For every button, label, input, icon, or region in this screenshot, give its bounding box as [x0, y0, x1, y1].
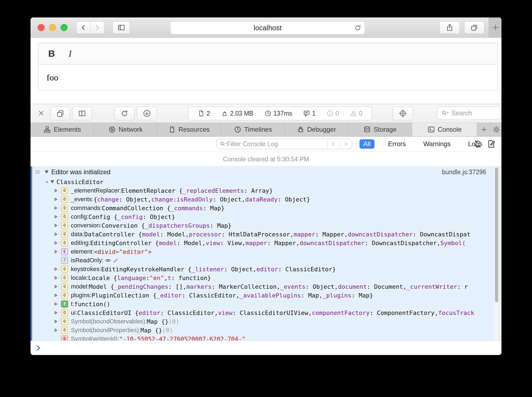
disclosure-right-icon[interactable]: [55, 293, 61, 297]
forward-button[interactable]: [90, 21, 104, 34]
share-button[interactable]: [439, 21, 460, 34]
disclosure-right-icon[interactable]: [55, 328, 61, 332]
object-class-name: ClassicEditor: [56, 179, 103, 185]
console-property-row[interactable]: Ocommands: CommandCollection {_commands:…: [32, 204, 501, 212]
console-output-area[interactable]: Console cleared at 5:30:54 PM Editor was…: [31, 152, 501, 355]
next-result-button[interactable]: [340, 139, 352, 149]
tab-network[interactable]: Network: [94, 123, 157, 136]
disclosure-down-icon[interactable]: [45, 170, 49, 174]
stat-error-octagon[interactable]: 0: [327, 110, 339, 117]
console-property-row[interactable]: Olocale: Locale {language: "en", t: func…: [32, 273, 501, 282]
console-property-row[interactable]: OSymbol(boundObservables): Map {} (0): [32, 317, 501, 326]
resource-stats-bar[interactable]: 22.03 MB137ms100: [188, 107, 372, 120]
editor-content-area[interactable]: foo: [38, 64, 498, 91]
devtools-toolbar: 22.03 MB137ms100 Search: [31, 104, 501, 123]
console-property-row[interactable]: Oconfig: Config {_config: Object}: [32, 212, 501, 221]
new-tab-button[interactable]: [489, 17, 501, 37]
console-property-row[interactable]: OSymbol(writtenId): "-10-55052-47-276052…: [32, 335, 501, 341]
tab-storage[interactable]: Storage: [348, 123, 412, 136]
stat-weight[interactable]: 2.03 MB: [221, 110, 253, 117]
console-property-row[interactable]: Oconversion: Conversion {_dispatchersGro…: [32, 221, 501, 230]
editor-toolbar: B I: [38, 43, 498, 64]
console-property-row[interactable]: Omodel: Model {_pendingChanges: [], mark…: [32, 282, 501, 291]
scrollbar-thumb[interactable]: [495, 167, 498, 302]
previous-result-button[interactable]: [327, 139, 340, 149]
object-root-row[interactable]: • ClassicEditor: [32, 178, 501, 186]
console-property-row[interactable]: Oui: ClassicEditorUI {editor: ClassicEdi…: [32, 308, 501, 317]
type-badge-object: O: [61, 187, 68, 194]
zoom-window-button[interactable]: [61, 24, 68, 31]
disclosure-right-icon[interactable]: [55, 320, 61, 323]
disclosure-right-icon[interactable]: [55, 285, 61, 288]
console-property-row[interactable]: Odata: DataController {model: Model, pro…: [32, 230, 501, 239]
disclosure-right-icon[interactable]: [55, 206, 61, 210]
tab-elements[interactable]: Elements: [31, 123, 94, 136]
sidebar-toggle-button[interactable]: [113, 21, 130, 34]
disclosure-right-icon[interactable]: [55, 276, 61, 280]
dock-side-button[interactable]: [72, 107, 92, 120]
filter-level-warnings[interactable]: Warnings: [419, 139, 454, 149]
element-picker-button[interactable]: [392, 107, 413, 120]
tab-timelines[interactable]: Timelines: [221, 123, 285, 136]
disclosure-right-icon[interactable]: [55, 302, 61, 306]
preserve-log-button[interactable]: [473, 139, 482, 149]
console-property-row[interactable]: ?isReadOnly:: [32, 256, 501, 265]
console-property-row[interactable]: OSymbol(boundProperties): Map {} (0): [32, 326, 501, 335]
close-devtools-button[interactable]: [36, 108, 46, 118]
devtools-search-field[interactable]: Search: [437, 107, 500, 120]
console-property-row[interactable]: Eelement: <div id="editor">: [32, 247, 501, 256]
console-property-row[interactable]: O_events: {change: Object, change:isRead…: [32, 195, 501, 204]
tab-resources[interactable]: Resources: [157, 123, 221, 136]
reload-page-button[interactable]: [114, 107, 135, 120]
devtools-settings-button[interactable]: [491, 123, 501, 136]
address-bar[interactable]: localhost: [170, 21, 365, 34]
disclosure-right-icon[interactable]: [55, 267, 61, 271]
console-prompt-icon: [35, 344, 42, 351]
stat-bubble[interactable]: 1: [303, 110, 316, 117]
safari-window: localhost B I foo: [31, 17, 501, 355]
title-bar: localhost: [31, 17, 501, 38]
stat-document[interactable]: 2: [198, 110, 210, 117]
console-property-row[interactable]: Oplugins: PluginCollection {_editor: Cla…: [32, 291, 501, 300]
tab-overview-button[interactable]: [464, 21, 484, 34]
disclosure-right-icon[interactable]: [55, 241, 61, 245]
disclosure-right-icon[interactable]: [55, 224, 61, 227]
reload-button[interactable]: [354, 24, 362, 32]
disclosure-down-icon[interactable]: [50, 180, 54, 184]
disclosure-right-icon[interactable]: [55, 232, 61, 236]
filter-console-log-field[interactable]: Filter Console Log: [216, 139, 352, 149]
log-entry-header[interactable]: Editor was initialized bundle.js:37296: [32, 167, 501, 178]
filter-level-all[interactable]: All: [359, 139, 374, 149]
add-tab-button[interactable]: [477, 123, 491, 136]
back-button[interactable]: [76, 21, 90, 34]
bold-button[interactable]: B: [46, 48, 57, 59]
disclosure-right-icon[interactable]: [55, 250, 61, 254]
gear-icon: [492, 126, 500, 133]
console-property-row[interactable]: Okeystrokes: EditingKeystrokeHandler {_l…: [32, 265, 501, 273]
bubble-icon: [303, 110, 310, 117]
tab-debugger[interactable]: Debugger: [285, 123, 348, 136]
console-prompt[interactable]: [35, 344, 42, 351]
close-window-button[interactable]: [38, 24, 45, 31]
minimize-window-button[interactable]: [49, 24, 56, 31]
tab-console[interactable]: Console: [412, 123, 477, 136]
disclosure-right-icon[interactable]: [55, 197, 61, 201]
console-property-row[interactable]: O_elementReplacer: ElementReplacer {_rep…: [32, 186, 501, 195]
filter-level-errors[interactable]: Errors: [384, 139, 410, 149]
console-property-row[interactable]: ft: function(): [32, 300, 501, 308]
stat-warning-triangle[interactable]: 0: [350, 110, 362, 117]
disclosure-right-icon[interactable]: [55, 215, 61, 219]
stat-clock[interactable]: 137ms: [264, 110, 292, 117]
italic-button[interactable]: I: [66, 49, 74, 59]
getter-setter-icons[interactable]: [105, 257, 119, 264]
detach-devtools-button[interactable]: [50, 107, 70, 120]
type-badge-error: O: [61, 335, 68, 341]
disclosure-right-icon[interactable]: [55, 311, 61, 315]
tab-label: Timelines: [244, 126, 272, 133]
download-web-archive-button[interactable]: [137, 107, 157, 120]
disclosure-right-icon[interactable]: [55, 189, 61, 193]
clear-console-button[interactable]: [487, 139, 496, 149]
console-property-row[interactable]: Oediting: EditingController {model: Mode…: [32, 239, 501, 247]
console-filter-bar: Filter Console Log AllErrorsWarningsLogs: [31, 137, 501, 152]
log-source-link[interactable]: bundle.js:37296: [442, 169, 486, 176]
